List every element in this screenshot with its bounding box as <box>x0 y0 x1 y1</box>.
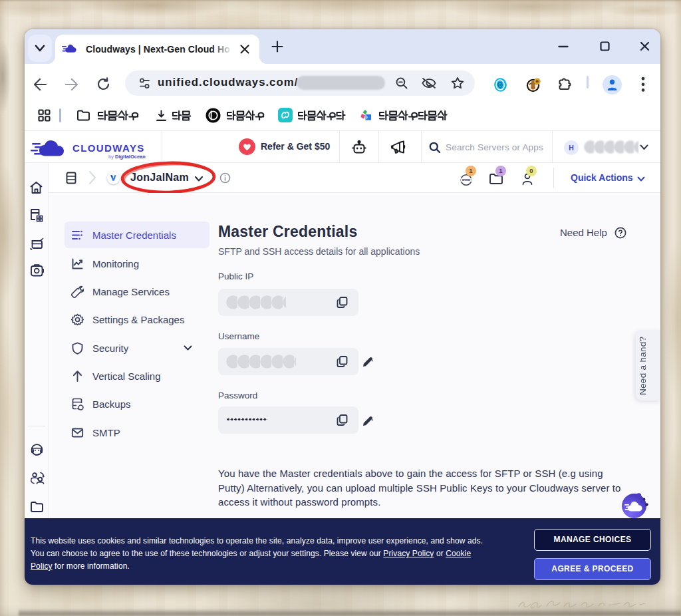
svg-text:www: www <box>462 178 471 182</box>
